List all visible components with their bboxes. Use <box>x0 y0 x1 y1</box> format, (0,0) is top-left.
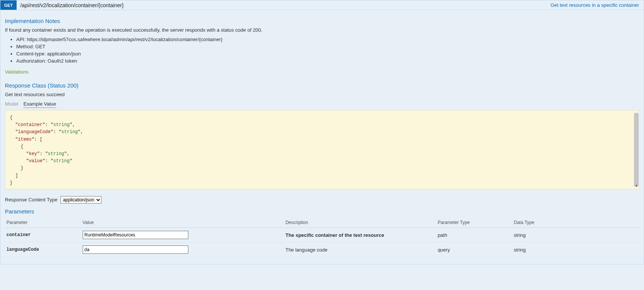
example-value-container: { "container": "string", "languageCode":… <box>5 110 639 189</box>
parameter-description: The specific container of the text resou… <box>284 228 436 242</box>
response-content-type-label: Response Content Type <box>5 197 57 203</box>
parameters-table: Parameter Value Description Parameter Ty… <box>5 218 639 257</box>
json-punct: { <box>10 115 12 120</box>
json-punct: ] <box>10 173 18 178</box>
example-scrollbar-thumb[interactable] <box>634 113 639 186</box>
http-method-badge: GET <box>0 0 17 10</box>
json-value: string <box>62 129 78 135</box>
response-class-heading: Response Class (Status 200) <box>5 82 639 89</box>
json-punct: ": [ <box>32 137 43 142</box>
json-key: languageCode <box>18 129 51 135</box>
notes-bullet: API: https://idpmaster57cos.safewhere.lo… <box>16 37 639 42</box>
json-punct: } <box>10 166 23 171</box>
col-description: Description <box>284 218 436 228</box>
endpoint-path[interactable]: /api/rest/v2/localization/container/{con… <box>17 2 551 8</box>
notes-bullet: Method: GET <box>16 44 639 49</box>
response-tabs: Model Example Value <box>5 101 639 108</box>
implementation-notes-list: API: https://idpmaster57cos.safewhere.lo… <box>16 37 639 64</box>
json-punct: " <box>10 129 18 135</box>
operation-body: Implementation Notes If found any contai… <box>0 10 644 264</box>
json-punct: " <box>10 158 29 164</box>
json-key: value <box>29 158 42 164</box>
json-punct: " <box>10 151 29 157</box>
parameter-value-input-languagecode[interactable] <box>83 246 188 254</box>
example-scrollbar-track[interactable]: ▲ ▼ <box>634 112 639 187</box>
json-punct: " <box>10 137 18 142</box>
validations-link[interactable]: Validations <box>5 69 29 75</box>
parameter-name: container <box>5 228 81 242</box>
json-punct: ": " <box>51 129 62 135</box>
json-value: string <box>53 158 69 164</box>
tab-model[interactable]: Model <box>5 101 18 107</box>
parameter-value-cell <box>81 242 284 257</box>
response-content-type-select[interactable]: application/json <box>60 196 102 204</box>
parameter-value-input-container[interactable] <box>83 231 188 239</box>
json-value: string <box>48 151 64 157</box>
json-key: container <box>18 122 43 127</box>
parameter-value-cell <box>81 228 284 242</box>
parameter-data-type: string <box>512 228 639 242</box>
col-parameter: Parameter <box>5 218 81 228</box>
col-parameter-type: Parameter Type <box>436 218 512 228</box>
response-class-description: Get text resources succeed <box>5 92 639 97</box>
operation-header[interactable]: GET /api/rest/v2/localization/container/… <box>0 0 644 10</box>
json-punct: ", <box>69 122 75 127</box>
json-key: items <box>18 137 32 142</box>
parameter-type: query <box>436 242 512 257</box>
notes-bullet: Content-type: application/json <box>16 51 639 57</box>
tab-example-value[interactable]: Example Value <box>23 101 56 108</box>
parameter-type: path <box>436 228 512 242</box>
implementation-notes-text: If found any container exists and the op… <box>5 27 639 33</box>
table-row: languageCode The language code query str… <box>5 242 639 257</box>
json-punct: ", <box>64 151 69 157</box>
parameters-header-row: Parameter Value Description Parameter Ty… <box>5 218 639 228</box>
operation-panel: GET /api/rest/v2/localization/container/… <box>0 0 644 264</box>
json-punct: ": " <box>42 122 53 127</box>
json-key: key <box>29 151 37 157</box>
json-punct: { <box>10 144 23 149</box>
parameter-description: The language code <box>284 242 436 257</box>
example-value-box[interactable]: { "container": "string", "languageCode":… <box>5 110 639 189</box>
parameter-name: languageCode <box>5 242 81 257</box>
table-row: container The specific container of the … <box>5 228 639 242</box>
parameters-heading: Parameters <box>5 208 639 215</box>
parameter-data-type: string <box>512 242 639 257</box>
json-punct: ", <box>78 129 83 135</box>
json-punct: } <box>10 180 12 186</box>
implementation-notes-heading: Implementation Notes <box>5 18 639 24</box>
notes-bullet: Authorization: Oauth2 token <box>16 58 639 64</box>
json-punct: " <box>69 158 72 164</box>
col-data-type: Data Type <box>512 218 639 228</box>
json-punct: ": " <box>37 151 48 157</box>
json-value: string <box>53 122 69 127</box>
col-value: Value <box>81 218 284 228</box>
json-punct: ": " <box>42 158 53 164</box>
json-punct: " <box>10 122 18 127</box>
response-content-type-row: Response Content Type application/json <box>5 196 639 204</box>
scroll-down-icon[interactable]: ▼ <box>635 184 638 188</box>
operation-summary[interactable]: Get text resources in a specific contain… <box>550 2 644 8</box>
